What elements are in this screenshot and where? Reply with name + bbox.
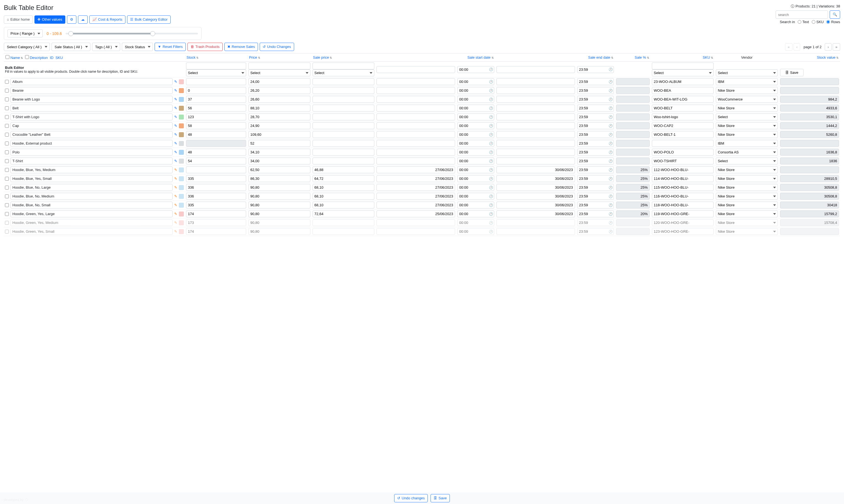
sale-start-time[interactable] bbox=[457, 140, 494, 147]
stock-input[interactable] bbox=[186, 149, 246, 156]
sale-end-time[interactable] bbox=[577, 175, 614, 182]
header-sale-start[interactable]: Sale start date⇅ bbox=[375, 53, 495, 62]
sale-start-time[interactable] bbox=[457, 228, 494, 235]
search-in-rows[interactable]: Rows bbox=[826, 20, 840, 24]
edit-icon[interactable]: ✎ bbox=[174, 141, 177, 145]
sale-pct-input[interactable] bbox=[616, 96, 650, 103]
sale-end-time[interactable] bbox=[577, 202, 614, 209]
product-name[interactable]: Crocodile "Leather" Belt bbox=[11, 131, 173, 138]
stock-input[interactable] bbox=[186, 228, 246, 235]
sale-end-input[interactable] bbox=[496, 193, 575, 200]
sale-price-input[interactable] bbox=[313, 140, 374, 147]
sale-end-input[interactable] bbox=[496, 122, 575, 129]
sale-start-time[interactable] bbox=[457, 87, 494, 94]
sale-start-time[interactable] bbox=[457, 193, 494, 200]
sku-input[interactable] bbox=[652, 78, 713, 85]
sale-end-input[interactable] bbox=[496, 78, 575, 85]
product-name[interactable]: Cap bbox=[11, 122, 173, 129]
toggle-description[interactable] bbox=[25, 55, 29, 59]
sale-start-input[interactable] bbox=[377, 175, 455, 182]
row-checkbox[interactable] bbox=[5, 115, 9, 119]
editor-home-button[interactable]: ⌂ Editor home bbox=[4, 15, 33, 24]
product-name[interactable]: Hoodie, Blue, Yes, Small bbox=[11, 175, 173, 182]
sku-input[interactable] bbox=[652, 96, 713, 103]
header-sale-end[interactable]: Sale end date⇅ bbox=[495, 53, 615, 62]
stock-input[interactable] bbox=[186, 78, 246, 85]
sale-start-time[interactable] bbox=[457, 96, 494, 103]
sale-end-time[interactable] bbox=[577, 140, 614, 147]
bulk-sale-select[interactable]: Select bbox=[313, 69, 374, 76]
price-input[interactable] bbox=[248, 184, 310, 191]
sku-input[interactable] bbox=[652, 211, 713, 217]
sale-start-time[interactable] bbox=[457, 158, 494, 164]
edit-icon[interactable]: ✎ bbox=[174, 194, 177, 198]
search-in-text[interactable]: Text bbox=[798, 20, 809, 24]
edit-icon[interactable]: ✎ bbox=[174, 212, 177, 216]
sku-input[interactable] bbox=[652, 105, 713, 111]
sale-end-time[interactable] bbox=[577, 166, 614, 173]
sale-end-input[interactable] bbox=[496, 87, 575, 94]
sale-pct-input[interactable] bbox=[616, 211, 650, 217]
price-input[interactable] bbox=[248, 166, 310, 173]
sale-price-input[interactable] bbox=[313, 202, 374, 209]
vendor-select[interactable]: Nike Store bbox=[716, 131, 778, 138]
row-checkbox[interactable] bbox=[5, 106, 9, 110]
row-checkbox[interactable] bbox=[5, 124, 9, 128]
vendor-select[interactable]: Select bbox=[716, 113, 778, 120]
sale-start-input[interactable] bbox=[377, 78, 455, 85]
header-sku[interactable]: SKU⇅ bbox=[651, 53, 715, 62]
sale-end-time[interactable] bbox=[577, 78, 614, 85]
vendor-select[interactable]: Select bbox=[716, 158, 778, 164]
sale-end-time[interactable] bbox=[577, 158, 614, 164]
sale-pct-input[interactable] bbox=[616, 202, 650, 209]
sale-start-input[interactable] bbox=[377, 184, 455, 191]
stock-input[interactable] bbox=[186, 87, 246, 94]
sale-start-time[interactable] bbox=[457, 175, 494, 182]
product-name[interactable]: Hoodie, Blue, No, Medium bbox=[11, 193, 173, 200]
bulk-price-select[interactable]: Select bbox=[248, 69, 310, 76]
sale-pct-input[interactable] bbox=[616, 228, 650, 235]
sale-price-input[interactable] bbox=[313, 158, 374, 164]
stock-input[interactable] bbox=[186, 175, 246, 182]
stock-input[interactable] bbox=[186, 211, 246, 217]
edit-icon[interactable]: ✎ bbox=[174, 185, 177, 190]
header-stock[interactable]: Stock⇅ bbox=[185, 53, 247, 62]
sale-end-input[interactable] bbox=[496, 166, 575, 173]
edit-icon[interactable]: ✎ bbox=[174, 221, 177, 225]
sale-start-input[interactable] bbox=[377, 131, 455, 138]
row-checkbox[interactable] bbox=[5, 186, 9, 190]
row-checkbox[interactable] bbox=[5, 177, 9, 181]
vendor-select[interactable]: Nike Store bbox=[716, 166, 778, 173]
header-stock-value[interactable]: Stock value⇅ bbox=[779, 53, 840, 62]
row-checkbox[interactable] bbox=[5, 212, 9, 216]
sale-end-time[interactable] bbox=[577, 228, 614, 235]
vendor-select[interactable]: Nike Store bbox=[716, 193, 778, 200]
stock-input[interactable] bbox=[186, 113, 246, 120]
other-values-button[interactable]: ✥ Other values bbox=[34, 15, 65, 24]
sale-start-input[interactable] bbox=[377, 219, 455, 226]
sale-end-input[interactable] bbox=[496, 105, 575, 111]
product-name[interactable]: Hoodie, Green, Yes, Medium bbox=[11, 219, 173, 226]
sale-end-input[interactable] bbox=[496, 96, 575, 103]
vendor-select[interactable]: Nike Store bbox=[716, 105, 778, 111]
price-input[interactable] bbox=[248, 113, 310, 120]
vendor-select[interactable]: Nike Store bbox=[716, 122, 778, 129]
sale-start-time[interactable] bbox=[457, 105, 494, 111]
sale-end-time[interactable] bbox=[577, 105, 614, 111]
sku-input[interactable] bbox=[652, 219, 713, 226]
sale-start-time[interactable] bbox=[457, 131, 494, 138]
row-checkbox[interactable] bbox=[5, 221, 9, 225]
settings-button[interactable]: ⚙ bbox=[67, 15, 76, 24]
bulk-stock-select[interactable]: Select bbox=[186, 69, 246, 76]
sale-price-input[interactable] bbox=[313, 219, 374, 226]
price-input[interactable] bbox=[248, 158, 310, 164]
sale-end-time[interactable] bbox=[577, 131, 614, 138]
search-in-sku[interactable]: SKU bbox=[812, 20, 824, 24]
select-all-name[interactable] bbox=[5, 55, 10, 59]
vendor-select[interactable]: Nike Store bbox=[716, 211, 778, 217]
vendor-select[interactable]: WooCommerce bbox=[716, 96, 778, 103]
page-last-button[interactable]: » bbox=[833, 43, 840, 51]
sku-input[interactable] bbox=[652, 131, 713, 138]
row-checkbox[interactable] bbox=[5, 203, 9, 207]
price-input[interactable] bbox=[248, 202, 310, 209]
